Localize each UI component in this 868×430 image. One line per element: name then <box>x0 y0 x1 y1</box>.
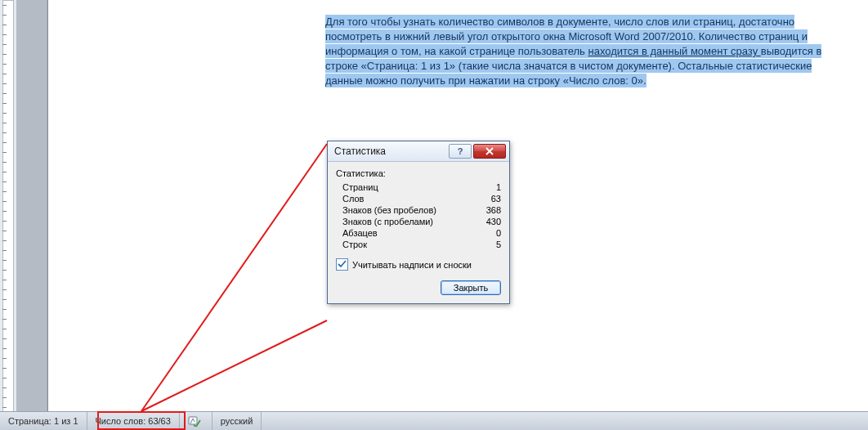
close-icon[interactable] <box>473 144 506 159</box>
status-bar: Страница: 1 из 1 Число слов: 63/63 русск… <box>0 411 868 430</box>
stat-row: Строк5 <box>336 239 501 250</box>
stat-row: Слов63 <box>336 193 501 204</box>
stat-row: Абзацев0 <box>336 227 501 239</box>
statistics-dialog: Статистика ? Статистика: Страниц1 Слов63… <box>327 141 510 304</box>
close-button[interactable]: Закрыть <box>441 280 501 295</box>
selected-paragraph: Для того чтобы узнать количество символо… <box>325 15 832 88</box>
status-page[interactable]: Страница: 1 из 1 <box>0 412 87 430</box>
page-gutter <box>16 0 47 412</box>
status-language[interactable]: русский <box>213 412 262 430</box>
status-proofing[interactable] <box>180 412 213 430</box>
checkbox-label: Учитывать надписи и сноски <box>352 260 472 270</box>
include-textboxes-checkbox[interactable] <box>336 258 348 271</box>
vertical-ruler <box>0 0 17 412</box>
help-button[interactable]: ? <box>449 144 472 159</box>
status-word-count[interactable]: Число слов: 63/63 <box>87 412 180 430</box>
stats-section-label: Статистика: <box>336 168 501 178</box>
stat-row: Знаков (без пробелов)368 <box>336 204 501 216</box>
stat-row: Страниц1 <box>336 181 501 193</box>
spellcheck-icon <box>188 415 201 427</box>
dialog-title: Статистика <box>334 146 386 157</box>
dialog-titlebar[interactable]: Статистика ? <box>328 141 509 162</box>
stat-row: Знаков (с пробелами)430 <box>336 216 501 227</box>
